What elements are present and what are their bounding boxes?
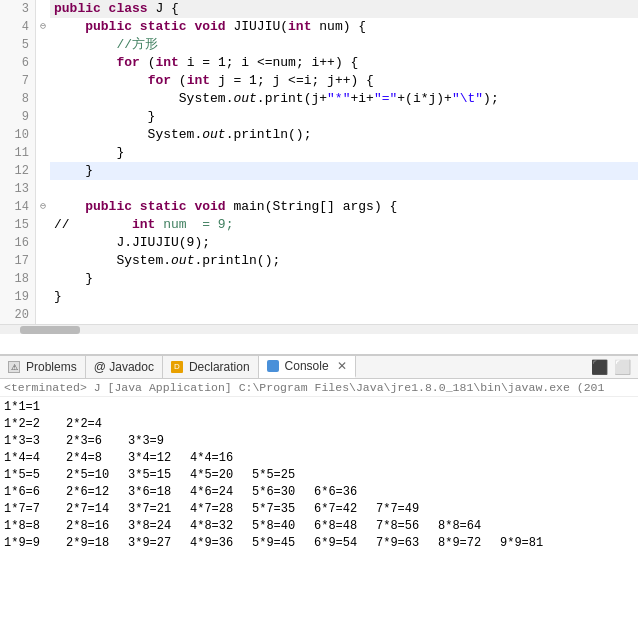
- console-cell: 9*9=81: [500, 535, 562, 552]
- tab-console-label: Console: [285, 359, 329, 373]
- console-cell: 2*6=12: [66, 484, 128, 501]
- console-cell: 2*8=16: [66, 518, 128, 535]
- line-number: 18: [0, 270, 36, 288]
- console-cell: 1*2=2: [4, 416, 66, 433]
- console-output: 1*1=11*2=22*2=41*3=32*3=63*3=91*4=42*4=8…: [0, 397, 638, 554]
- console-cell: 8*9=72: [438, 535, 500, 552]
- console-line: 1*9=92*9=183*9=274*9=365*9=456*9=547*9=6…: [4, 535, 634, 552]
- tab-console[interactable]: Console ✕: [259, 356, 356, 378]
- line-code: public static void main(String[] args) {: [50, 198, 638, 216]
- console-cell: 5*8=40: [252, 518, 314, 535]
- code-line-6: 6 for (int i = 1; i <=num; i++) {: [0, 54, 638, 72]
- fold-indicator: [36, 126, 50, 144]
- fold-indicator: [36, 216, 50, 234]
- console-cell: 4*5=20: [190, 467, 252, 484]
- fold-indicator: [36, 0, 50, 18]
- code-line-15: 15// int num = 9;: [0, 216, 638, 234]
- code-line-11: 11 }: [0, 144, 638, 162]
- fold-indicator: [36, 36, 50, 54]
- line-number: 16: [0, 234, 36, 252]
- console-cell: 2*7=14: [66, 501, 128, 518]
- fold-indicator: [36, 234, 50, 252]
- console-cell: 7*8=56: [376, 518, 438, 535]
- console-cell: 1*4=4: [4, 450, 66, 467]
- line-number: 6: [0, 54, 36, 72]
- declaration-icon: D: [171, 361, 183, 373]
- console-cell: 4*7=28: [190, 501, 252, 518]
- fold-indicator: [36, 144, 50, 162]
- code-line-13: 13: [0, 180, 638, 198]
- code-line-14: 14⊖ public static void main(String[] arg…: [0, 198, 638, 216]
- minimize-icon[interactable]: ⬛: [588, 359, 611, 375]
- console-cell: 6*9=54: [314, 535, 376, 552]
- code-line-18: 18 }: [0, 270, 638, 288]
- line-code: //方形: [50, 36, 638, 54]
- line-code: public class J {: [50, 0, 638, 18]
- tab-right-icons: ⬛ ⬜: [588, 359, 638, 375]
- line-number: 14: [0, 198, 36, 216]
- line-code: }: [50, 144, 638, 162]
- line-code: [50, 306, 638, 324]
- console-icon: [267, 360, 279, 372]
- maximize-icon[interactable]: ⬜: [611, 359, 634, 375]
- tab-declaration-label: Declaration: [189, 360, 250, 374]
- console-cell: 4*9=36: [190, 535, 252, 552]
- console-cell: 3*3=9: [128, 433, 190, 450]
- fold-indicator[interactable]: ⊖: [36, 198, 50, 216]
- console-cell: 7*9=63: [376, 535, 438, 552]
- code-line-12: 12 }: [0, 162, 638, 180]
- line-code: [50, 180, 638, 198]
- console-cell: 5*6=30: [252, 484, 314, 501]
- console-cell: 5*7=35: [252, 501, 314, 518]
- code-line-9: 9 }: [0, 108, 638, 126]
- console-cell: 1*9=9: [4, 535, 66, 552]
- tab-javadoc-label: @ Javadoc: [94, 360, 154, 374]
- tab-problems[interactable]: ⚠ Problems: [0, 356, 86, 378]
- line-number: 17: [0, 252, 36, 270]
- console-cell: 2*3=6: [66, 433, 128, 450]
- line-code: // int num = 9;: [50, 216, 638, 234]
- code-line-3: 3public class J {: [0, 0, 638, 18]
- line-number: 4: [0, 18, 36, 36]
- line-number: 11: [0, 144, 36, 162]
- console-cell: 5*9=45: [252, 535, 314, 552]
- line-code: }: [50, 270, 638, 288]
- code-line-19: 19}: [0, 288, 638, 306]
- console-panel: <terminated> J [Java Application] C:\Pro…: [0, 379, 638, 554]
- code-line-20: 20: [0, 306, 638, 324]
- line-number: 15: [0, 216, 36, 234]
- line-code: for (int i = 1; i <=num; i++) {: [50, 54, 638, 72]
- line-number: 5: [0, 36, 36, 54]
- line-code: for (int j = 1; j <=i; j++) {: [50, 72, 638, 90]
- tab-problems-label: Problems: [26, 360, 77, 374]
- code-line-8: 8 System.out.print(j+"*"+i+"="+(i*j)+"\t…: [0, 90, 638, 108]
- tab-javadoc[interactable]: @ Javadoc: [86, 356, 163, 378]
- console-cell: 1*1=1: [4, 399, 66, 416]
- code-line-16: 16 J.JIUJIU(9);: [0, 234, 638, 252]
- line-number: 20: [0, 306, 36, 324]
- problems-icon: ⚠: [8, 361, 20, 373]
- console-line: 1*3=32*3=63*3=9: [4, 433, 634, 450]
- tab-declaration[interactable]: D Declaration: [163, 356, 259, 378]
- fold-indicator[interactable]: ⊖: [36, 18, 50, 36]
- console-line: 1*6=62*6=123*6=184*6=245*6=306*6=36: [4, 484, 634, 501]
- fold-indicator: [36, 306, 50, 324]
- console-cell: 4*6=24: [190, 484, 252, 501]
- console-cell: 1*6=6: [4, 484, 66, 501]
- line-number: 8: [0, 90, 36, 108]
- fold-indicator: [36, 108, 50, 126]
- console-close-button[interactable]: ✕: [337, 359, 347, 373]
- console-cell: 3*7=21: [128, 501, 190, 518]
- console-cell: 3*5=15: [128, 467, 190, 484]
- console-cell: 4*8=32: [190, 518, 252, 535]
- line-number: 10: [0, 126, 36, 144]
- line-number: 9: [0, 108, 36, 126]
- horizontal-scrollbar[interactable]: [0, 324, 638, 334]
- console-cell: 3*6=18: [128, 484, 190, 501]
- fold-indicator: [36, 90, 50, 108]
- fold-indicator: [36, 270, 50, 288]
- line-code: System.out.println();: [50, 126, 638, 144]
- line-number: 12: [0, 162, 36, 180]
- console-cell: 3*4=12: [128, 450, 190, 467]
- console-cell: 6*8=48: [314, 518, 376, 535]
